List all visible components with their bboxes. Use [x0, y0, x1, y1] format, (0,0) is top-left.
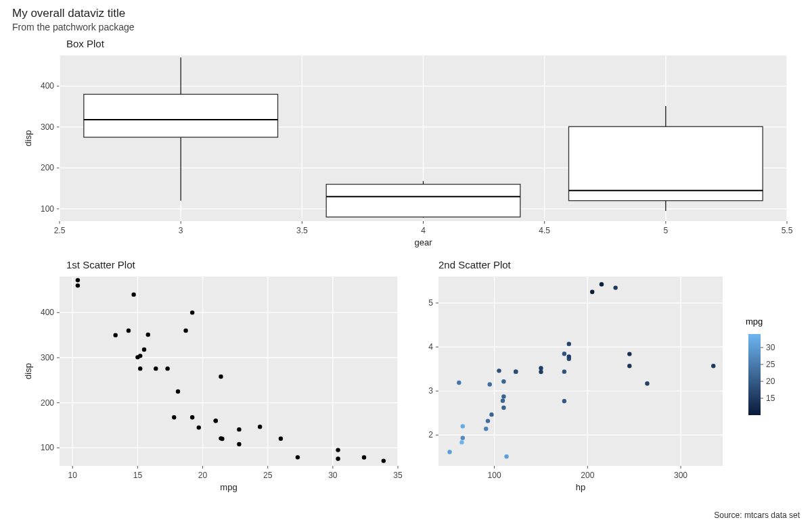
svg-text:4: 4	[421, 226, 426, 235]
svg-point-153	[613, 285, 617, 289]
svg-text:mpg: mpg	[746, 316, 763, 327]
svg-point-108	[336, 448, 340, 452]
svg-point-110	[197, 425, 201, 429]
svg-point-155	[447, 450, 451, 454]
svg-point-96	[76, 283, 80, 287]
svg-point-92	[154, 366, 158, 371]
svg-point-83	[237, 442, 241, 446]
svg-point-109	[146, 333, 150, 337]
svg-text:10: 10	[68, 471, 78, 480]
svg-point-89	[237, 427, 241, 431]
svg-point-160	[627, 352, 631, 356]
svg-text:400: 400	[41, 81, 54, 91]
svg-point-152	[600, 282, 604, 286]
svg-text:15: 15	[133, 471, 143, 480]
svg-point-111	[135, 355, 139, 359]
svg-point-168	[501, 398, 505, 402]
svg-text:30: 30	[328, 471, 338, 480]
svg-point-148	[567, 341, 571, 346]
svg-point-147	[514, 369, 518, 373]
svg-point-105	[190, 310, 194, 314]
svg-point-157	[489, 412, 493, 416]
svg-point-167	[711, 364, 715, 368]
svg-text:hp: hp	[576, 482, 585, 492]
svg-point-162	[461, 435, 465, 439]
svg-point-137	[501, 406, 505, 410]
svg-text:300: 300	[674, 471, 687, 480]
svg-point-107	[279, 437, 283, 441]
svg-text:25: 25	[263, 471, 273, 480]
svg-rect-42	[326, 185, 520, 217]
svg-text:20: 20	[766, 377, 775, 386]
svg-text:5: 5	[428, 298, 433, 308]
boxplot-panel: Box Plot 1002003004002.533.544.555.5disp…	[12, 38, 801, 255]
svg-text:200: 200	[41, 398, 54, 408]
svg-point-154	[461, 424, 465, 428]
scatter1-panel: 1st Scatter Plot 10020030040010152025303…	[12, 259, 411, 503]
svg-text:4.5: 4.5	[539, 226, 550, 235]
svg-text:5.5: 5.5	[782, 226, 793, 235]
svg-rect-170	[748, 334, 761, 415]
svg-point-97	[131, 292, 135, 296]
svg-point-82	[214, 419, 218, 423]
svg-point-151	[590, 290, 594, 294]
svg-rect-38	[84, 94, 278, 137]
caption: Source: mtcars data set	[714, 510, 800, 520]
svg-text:400: 400	[41, 308, 54, 317]
svg-point-156	[459, 440, 464, 444]
svg-text:35: 35	[393, 471, 403, 480]
svg-text:5: 5	[663, 226, 668, 235]
svg-point-165	[645, 381, 649, 385]
svg-point-84	[219, 375, 223, 379]
svg-text:200: 200	[581, 471, 594, 480]
svg-text:gear: gear	[414, 237, 432, 247]
svg-point-142	[497, 368, 501, 373]
svg-point-141	[562, 369, 566, 373]
svg-point-163	[484, 427, 488, 431]
svg-point-102	[142, 348, 146, 352]
svg-point-95	[76, 278, 80, 282]
overall-subtitle: From the patchwork package	[12, 22, 801, 32]
svg-point-91	[172, 415, 176, 419]
svg-point-112	[219, 436, 223, 440]
svg-text:mpg: mpg	[220, 482, 237, 492]
svg-text:wt: wt	[411, 366, 412, 376]
svg-point-99	[336, 456, 340, 460]
svg-point-144	[457, 381, 461, 385]
panel-title-s1: 1st Scatter Plot	[66, 259, 411, 270]
svg-point-87	[127, 329, 131, 333]
svg-point-85	[183, 329, 187, 333]
svg-point-145	[488, 382, 492, 386]
svg-text:3: 3	[179, 226, 183, 235]
svg-text:2.5: 2.5	[54, 226, 66, 235]
svg-text:100: 100	[41, 204, 54, 214]
svg-text:disp: disp	[23, 130, 33, 147]
svg-point-166	[562, 399, 566, 403]
boxplot-svg: 1002003004002.533.544.555.5dispgear	[12, 52, 797, 255]
svg-point-164	[504, 454, 508, 458]
svg-rect-113	[438, 277, 723, 466]
svg-text:15: 15	[766, 394, 775, 403]
svg-text:30: 30	[766, 343, 775, 352]
svg-point-94	[138, 366, 142, 371]
svg-text:100: 100	[488, 471, 501, 480]
svg-point-93	[165, 366, 169, 371]
svg-text:25: 25	[766, 360, 775, 369]
svg-point-143	[627, 364, 631, 368]
svg-text:100: 100	[41, 443, 54, 452]
svg-text:3.5: 3.5	[296, 226, 308, 235]
svg-text:20: 20	[198, 471, 208, 480]
scatter2-svg: 2345100200300wthpmpg15202530	[411, 273, 797, 503]
svg-point-86	[176, 389, 180, 394]
svg-rect-46	[569, 126, 763, 200]
svg-text:2: 2	[428, 430, 433, 439]
scatter2-panel: 2nd Scatter Plot 2345100200300wthpmpg152…	[411, 259, 797, 503]
svg-text:3: 3	[428, 386, 433, 396]
svg-text:200: 200	[41, 163, 54, 172]
svg-text:300: 300	[41, 353, 54, 362]
svg-point-88	[258, 425, 262, 429]
panel-title-box: Box Plot	[66, 38, 801, 49]
svg-point-104	[113, 333, 117, 337]
svg-point-106	[296, 455, 300, 459]
svg-point-139	[486, 419, 490, 423]
